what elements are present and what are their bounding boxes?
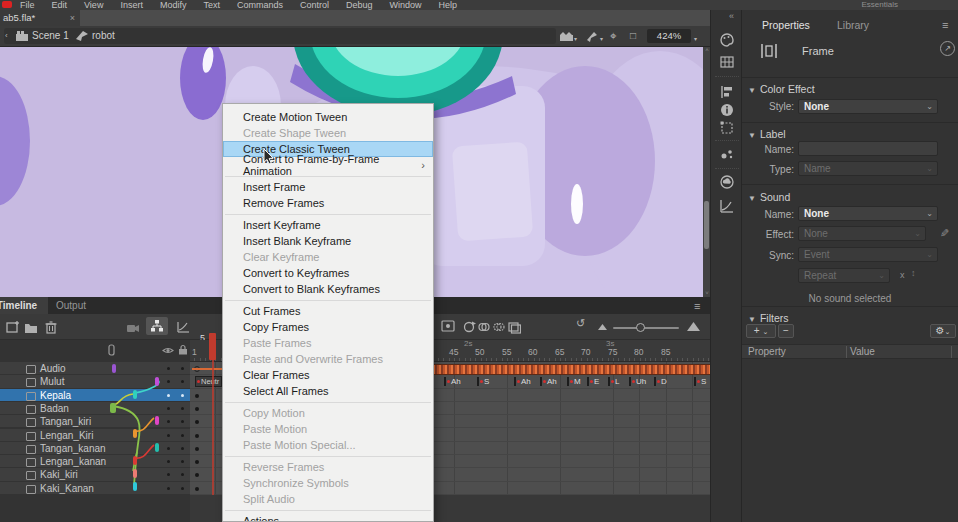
onion-skin-outlines-icon[interactable] [492, 320, 506, 334]
menu-edit[interactable]: Edit [52, 0, 68, 10]
menu-file[interactable]: File [20, 0, 35, 10]
menu-item-clear-frames[interactable]: Clear Frames [223, 367, 433, 383]
lock-icon[interactable] [178, 344, 188, 355]
zoom-level-input[interactable]: 424% [647, 29, 691, 43]
panel-menu-icon[interactable]: ≡ [942, 20, 948, 30]
menu-view[interactable]: View [84, 0, 103, 10]
remove-filter-button[interactable]: − [778, 324, 794, 338]
parent-marker[interactable] [133, 456, 137, 465]
frame-size-slider-track[interactable] [613, 327, 679, 329]
reset-timeline-zoom-icon[interactable]: ↺ [576, 317, 585, 330]
parent-marker[interactable] [133, 469, 137, 478]
menu-insert[interactable]: Insert [120, 0, 143, 10]
section-sound[interactable]: ▼Sound [748, 191, 790, 203]
zoom-in-frames-icon[interactable] [687, 322, 700, 331]
transform-icon[interactable] [719, 120, 735, 136]
frame-label[interactable]: S [694, 377, 706, 386]
collapse-panels-icon[interactable]: « [729, 11, 734, 21]
zoom-chevron-icon[interactable]: ▾ [694, 29, 697, 49]
frame-size-slider-knob[interactable] [636, 323, 645, 332]
menu-item-actions[interactable]: Actions [223, 513, 433, 522]
keyframe-marker[interactable] [195, 473, 199, 477]
close-tab-icon[interactable]: × [70, 10, 75, 26]
menu-item-convert-to-blank-keyframes[interactable]: Convert to Blank Keyframes [223, 281, 433, 297]
label-name-input[interactable] [798, 141, 938, 156]
keyframe-marker[interactable] [195, 394, 199, 398]
parent-marker[interactable] [155, 377, 159, 386]
style-dropdown[interactable]: None⌄ [798, 99, 938, 114]
align-icon[interactable] [719, 84, 735, 100]
menu-modify[interactable]: Modify [160, 0, 187, 10]
menu-item-convert-frame-by-frame[interactable]: Convert to Frame-by-Frame Animation› [223, 157, 433, 173]
frame-label[interactable]: E [587, 377, 599, 386]
menu-window[interactable]: Window [390, 0, 422, 10]
menu-text[interactable]: Text [203, 0, 220, 10]
menu-control[interactable]: Control [300, 0, 329, 10]
brush-library-icon[interactable] [719, 146, 735, 162]
frame-label[interactable]: Neutr [195, 376, 222, 387]
edit-envelope-pencil-icon[interactable]: ✎ [940, 227, 949, 240]
breadcrumb-symbol[interactable]: robot [92, 26, 115, 46]
frame-label[interactable]: Uh [629, 377, 646, 386]
parent-marker[interactable] [112, 364, 116, 373]
frame-label[interactable]: D [654, 377, 667, 386]
frame-label[interactable]: S [477, 377, 489, 386]
menu-commands[interactable]: Commands [237, 0, 283, 10]
keyframe-marker[interactable] [195, 407, 199, 411]
show-parenting-view-toggle[interactable] [146, 317, 168, 335]
menu-item-select-all-frames[interactable]: Select All Frames [223, 383, 433, 399]
frame-label[interactable]: Ah [514, 377, 531, 386]
scrollbar-thumb[interactable] [704, 201, 709, 249]
section-filters[interactable]: ▼Filters [748, 312, 789, 324]
creative-cloud-icon[interactable] [719, 174, 735, 190]
menu-item-cut-frames[interactable]: Cut Frames [223, 303, 433, 319]
tab-output[interactable]: Output [56, 297, 86, 314]
frame-label[interactable]: Ah [444, 377, 461, 386]
playhead-line[interactable] [212, 359, 214, 495]
color-palette-icon[interactable] [719, 32, 735, 48]
edit-scene-chevron-icon[interactable]: ▾ [574, 29, 577, 49]
menu-debug[interactable]: Debug [346, 0, 373, 10]
info-icon[interactable] [719, 102, 735, 118]
keyframe-marker[interactable] [195, 460, 199, 464]
show-tween-graph-icon[interactable] [176, 320, 190, 334]
keyframe-marker[interactable] [195, 434, 199, 438]
swatches-icon[interactable] [719, 54, 735, 70]
edit-multiple-frames-icon[interactable] [507, 320, 521, 334]
parent-marker[interactable] [133, 429, 137, 438]
keyframe-marker[interactable] [195, 420, 199, 424]
menu-item-insert-keyframe[interactable]: Insert Keyframe [223, 217, 433, 233]
filter-options-gear-button[interactable]: ⚙⌄ [930, 324, 956, 338]
column-divider[interactable] [846, 346, 847, 358]
parent-marker[interactable] [155, 443, 159, 452]
section-label[interactable]: ▼Label [748, 128, 786, 140]
loop-playback-icon[interactable] [462, 320, 476, 334]
camera-layer-icon[interactable] [126, 321, 140, 335]
tab-properties[interactable]: Properties [762, 18, 810, 33]
workspace-switcher[interactable]: Essentials [862, 0, 898, 10]
new-layer-icon[interactable] [6, 320, 20, 334]
keyframe-marker[interactable] [195, 487, 199, 491]
menu-item-copy-frames[interactable]: Copy Frames [223, 319, 433, 335]
edit-scene-icon[interactable] [560, 32, 573, 41]
delete-trash-icon[interactable] [44, 320, 58, 334]
menu-item-remove-frames[interactable]: Remove Frames [223, 195, 433, 211]
column-divider[interactable] [951, 346, 952, 358]
tab-library[interactable]: Library [837, 18, 869, 33]
parent-marker[interactable] [133, 390, 137, 399]
center-playhead-icon[interactable] [441, 319, 455, 333]
tab-timeline[interactable]: Timeline [0, 297, 48, 314]
document-tab[interactable]: ab5.fla* × [0, 10, 80, 26]
timeline-menu-icon[interactable]: ≡ [694, 301, 700, 311]
back-chevron-icon[interactable]: ‹ [5, 26, 8, 46]
detach-panel-icon[interactable]: ↗ [940, 41, 955, 56]
menu-item-convert-to-keyframes[interactable]: Convert to Keyframes [223, 265, 433, 281]
menu-item-insert-blank-keyframe[interactable]: Insert Blank Keyframe [223, 233, 433, 249]
frame-label[interactable]: Ah [540, 377, 557, 386]
breadcrumb-scene[interactable]: Scene 1 [32, 26, 69, 46]
clip-content-icon[interactable]: □ [630, 26, 636, 46]
visibility-eye-icon[interactable] [162, 346, 174, 355]
zoom-out-frames-icon[interactable] [598, 324, 607, 330]
motion-editor-graph-icon[interactable] [719, 198, 735, 214]
parent-marker[interactable] [110, 403, 116, 413]
